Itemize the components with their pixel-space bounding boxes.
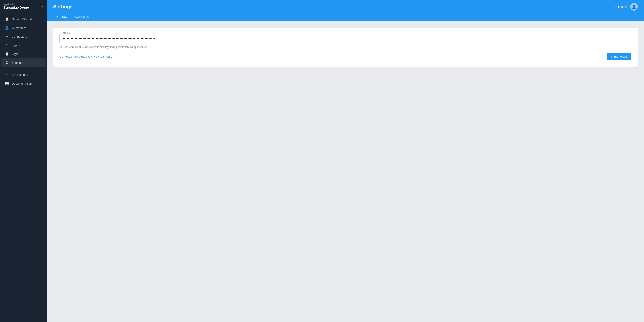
api-key-card: API key You will only be able to view yo… bbox=[53, 28, 638, 67]
go-to-docs-link[interactable]: Go to docs bbox=[613, 5, 628, 8]
sidebar-item-label: API Explorer bbox=[12, 73, 28, 76]
tab-webhooks[interactable]: Webhooks bbox=[71, 14, 92, 21]
sidebar-item-label: Syncs bbox=[12, 44, 20, 47]
sidebar-item-connectors[interactable]: ✦ Connectors bbox=[1, 32, 46, 41]
main-area: Settings Go to docs 👤 API Key Webhooks A… bbox=[47, 0, 644, 322]
settings-icon: ⚙ bbox=[5, 60, 9, 64]
sidebar-item-api-explorer[interactable]: ↑ API Explorer bbox=[1, 71, 46, 79]
api-key-label: API key bbox=[62, 32, 72, 35]
sidebar-item-label: Connectors bbox=[12, 35, 27, 38]
app-selector[interactable]: Application Supaglue Demo ▾ bbox=[0, 0, 47, 13]
customers-icon: 👤 bbox=[5, 26, 9, 30]
sidebar-item-customers[interactable]: 👤 Customers bbox=[1, 24, 46, 32]
generate-temp-key-link[interactable]: Generate Temporary API Key (24 hours) bbox=[60, 55, 113, 58]
sidebar-item-label: Customers bbox=[12, 26, 26, 30]
api-key-input[interactable] bbox=[60, 34, 632, 43]
topbar-right: Go to docs 👤 bbox=[613, 3, 638, 10]
sidebar-item-documentation[interactable]: 📖 Documentation bbox=[1, 79, 46, 88]
sidebar-item-settings[interactable]: ⚙ Settings bbox=[1, 58, 46, 67]
app-label: Application bbox=[4, 3, 29, 6]
syncs-icon: ↻ bbox=[5, 43, 9, 47]
sidebar-nav: 🏠 Getting Started 👤 Customers ✦ Connecto… bbox=[0, 13, 47, 322]
api-key-field-wrapper: API key bbox=[60, 34, 632, 43]
content-area: API key You will only be able to view yo… bbox=[47, 21, 644, 322]
tabs-bar: API Key Webhooks bbox=[47, 14, 644, 21]
sidebar-item-label: Logs bbox=[12, 52, 18, 56]
sidebar-item-getting-started[interactable]: 🏠 Getting Started bbox=[1, 15, 46, 23]
logs-icon: 📋 bbox=[5, 52, 9, 56]
sidebar-item-logs[interactable]: 📋 Logs bbox=[1, 50, 46, 58]
api-explorer-icon: ↑ bbox=[5, 73, 9, 77]
connectors-icon: ✦ bbox=[5, 34, 9, 38]
app-name: Supaglue Demo bbox=[4, 6, 29, 10]
sidebar-item-label: Documentation bbox=[12, 82, 32, 85]
regenerate-button[interactable]: Regenerate bbox=[607, 53, 632, 60]
sidebar-item-label: Settings bbox=[12, 61, 22, 64]
api-key-hint: You will only be able to view your API k… bbox=[60, 46, 632, 48]
card-footer: Generate Temporary API Key (24 hours) Re… bbox=[60, 53, 632, 60]
sidebar-item-label: Getting Started bbox=[12, 18, 32, 21]
topbar: Settings Go to docs 👤 bbox=[47, 0, 644, 14]
tab-api-key[interactable]: API Key bbox=[53, 14, 70, 21]
user-avatar[interactable]: 👤 bbox=[630, 3, 638, 10]
sidebar: Application Supaglue Demo ▾ 🏠 Getting St… bbox=[0, 0, 47, 322]
home-icon: 🏠 bbox=[5, 17, 9, 21]
documentation-icon: 📖 bbox=[5, 82, 9, 86]
page-title: Settings bbox=[53, 4, 73, 10]
sidebar-item-syncs[interactable]: ↻ Syncs bbox=[1, 41, 46, 50]
chevron-down-icon: ▾ bbox=[42, 5, 44, 8]
